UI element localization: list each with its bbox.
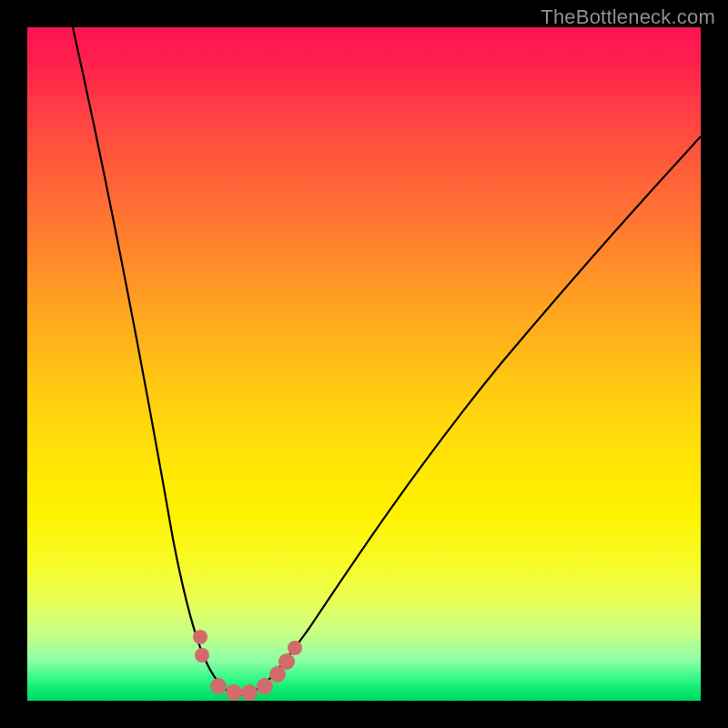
plot-area [27, 27, 701, 701]
marker-group [193, 630, 302, 701]
watermark-label: TheBottleneck.com [541, 5, 715, 29]
curve-marker [257, 678, 273, 694]
curve-layer [27, 27, 701, 701]
bottleneck-curve [73, 27, 701, 695]
curve-marker [288, 641, 302, 655]
curve-marker [210, 678, 227, 694]
chart-frame: TheBottleneck.com [0, 0, 728, 728]
curve-marker [195, 648, 209, 662]
curve-marker [241, 684, 258, 701]
curve-marker [193, 630, 207, 644]
curve-marker [226, 684, 242, 701]
curve-marker [278, 653, 295, 670]
